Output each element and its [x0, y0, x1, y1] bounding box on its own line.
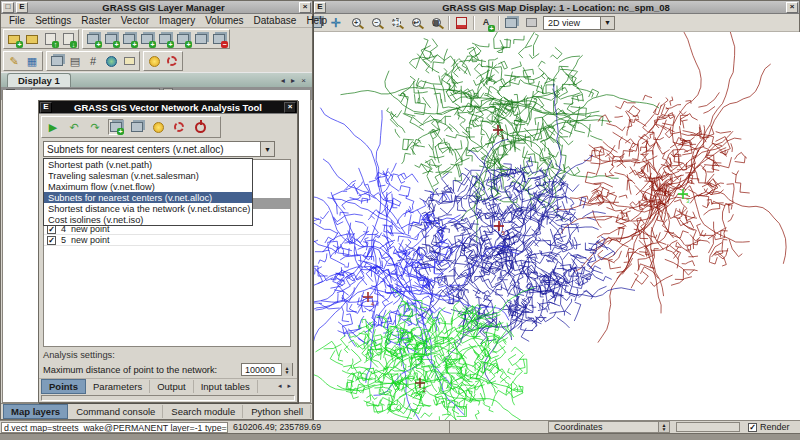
save-display-icon[interactable]	[503, 15, 519, 31]
dialog-statusbar	[41, 395, 295, 401]
analysis-method-value: Subnets for nearest centers (v.net.alloc…	[47, 144, 224, 155]
svg-text:3: 3	[686, 198, 690, 204]
zoom-options-icon[interactable]: ▤	[428, 15, 444, 31]
add-overlay-icon[interactable]: A+	[478, 15, 494, 31]
quit-icon[interactable]	[192, 119, 208, 135]
dialog-titlebar[interactable]: E GRASS GIS Vector Network Analysis Tool…	[39, 101, 297, 114]
analysis-method-select[interactable]: Subnets for nearest centers (v.net.alloc…	[43, 141, 275, 157]
new-display-icon[interactable]	[49, 53, 65, 69]
method-option[interactable]: Shortest distance via the network (v.net…	[44, 203, 252, 214]
layer-manager-titlebar[interactable]: □ E GRASS GIS Layer Manager ×	[1, 1, 312, 14]
render-checkbox[interactable]: ✓	[748, 423, 757, 432]
method-option[interactable]: Traveling salesman (v.net.salesman)	[44, 170, 252, 181]
render-toggle[interactable]: ✓ Render	[748, 422, 790, 432]
run-analysis-icon[interactable]: ▶	[45, 119, 61, 135]
bottom-tab-map-layers[interactable]: Map layers	[3, 404, 68, 419]
dialog-tab-input-tables[interactable]: Input tables	[194, 380, 258, 393]
dialog-tab-points[interactable]: Points	[41, 379, 86, 394]
menu-raster[interactable]: Raster	[77, 14, 114, 27]
nviz-3d-icon[interactable]	[103, 53, 119, 69]
zoom-back-icon[interactable]: ↩	[408, 15, 424, 31]
app-icon: E	[16, 2, 28, 13]
add-map-elements-icon[interactable]: +	[157, 31, 173, 47]
stepper-icon[interactable]: ▲▼	[281, 363, 292, 376]
new-workspace-icon[interactable]: +	[6, 31, 22, 47]
analysis-method-dropdown: Shortest path (v.net.path)Traveling sale…	[43, 158, 253, 226]
map-canvas[interactable]: 13542	[314, 32, 800, 421]
graphical-modeler-icon[interactable]: #	[85, 53, 101, 69]
add-multiple-vectors-icon[interactable]: +	[121, 31, 137, 47]
shade-icon[interactable]: □	[2, 2, 14, 13]
statusbar-mode-select[interactable]: Coordinates ▲▼	[548, 421, 670, 433]
zoom-out-icon[interactable]: −	[368, 15, 384, 31]
menu-vector[interactable]: Vector	[117, 14, 153, 27]
chevron-down-icon[interactable]: ▼	[600, 17, 614, 29]
menu-file[interactable]: File	[5, 14, 29, 27]
print-icon[interactable]	[523, 15, 539, 31]
method-option[interactable]: Maximum flow (v.net.flow)	[44, 181, 252, 192]
taskbar	[0, 433, 800, 440]
dialog-settings-icon[interactable]	[150, 119, 166, 135]
stepper-icon[interactable]: ▲▼	[658, 422, 669, 432]
layer-manager-bottom-tabs: Map layersCommand consoleSearch modulePy…	[1, 403, 312, 419]
load-workspace-icon[interactable]: ↑	[42, 31, 58, 47]
zoom-in-icon[interactable]: +	[348, 15, 364, 31]
max-distance-spinner[interactable]: 100000 ▲▼	[241, 363, 293, 376]
view-mode-value: 2D view	[548, 18, 580, 28]
menu-settings[interactable]: Settings	[31, 14, 75, 27]
point-checkbox[interactable]: ✓	[47, 236, 56, 245]
point-row[interactable]: ✓5new point	[44, 235, 290, 246]
method-option[interactable]: Subnets for nearest centers (v.net.alloc…	[44, 192, 252, 203]
street-network-map: 13542	[314, 32, 800, 421]
dialog-help-icon[interactable]	[171, 119, 187, 135]
method-option[interactable]: Cost isolines (v.net.iso)	[44, 214, 252, 225]
dialog-tab-output[interactable]: Output	[150, 380, 194, 393]
add-vector-icon[interactable]: +	[139, 31, 155, 47]
insert-points-icon[interactable]: +	[108, 119, 124, 135]
remove-layer-icon[interactable]: −	[211, 31, 227, 47]
bottom-tab-search-module[interactable]: Search module	[164, 405, 243, 418]
progress-box	[676, 422, 740, 432]
add-multiple-rasters-icon[interactable]: +	[85, 31, 101, 47]
bottom-tab-python-shell[interactable]: Python shell	[244, 405, 311, 418]
menu-help[interactable]: Help	[302, 14, 331, 27]
close-icon[interactable]: ×	[786, 2, 798, 13]
menu-imagery[interactable]: Imagery	[155, 14, 199, 27]
raster-calculator-icon[interactable]: ▤	[67, 53, 83, 69]
bottom-tab-command-console[interactable]: Command console	[69, 405, 163, 418]
zoom-extent-icon[interactable]: ⛶	[388, 15, 404, 31]
svg-text:2: 2	[423, 387, 427, 393]
open-workspace-icon[interactable]	[24, 31, 40, 47]
tab-scroll-arrows[interactable]: ◂ ▸ ×	[277, 76, 312, 87]
map-display-titlebar[interactable]: E GRASS GIS Map Display: 1 - Location: n…	[313, 1, 799, 14]
dialog-tab-bar: PointsParametersOutputInput tables◂ ▸	[39, 378, 297, 394]
edit-vector-icon[interactable]: ✎	[6, 53, 22, 69]
add-overlays-icon[interactable]	[193, 31, 209, 47]
close-icon[interactable]: ×	[299, 2, 311, 13]
add-raster-icon[interactable]: +	[103, 31, 119, 47]
tools-toolbar: ✎ ▦ ▤ #	[1, 50, 312, 72]
help-icon[interactable]	[164, 53, 180, 69]
center-node-marker: 3	[678, 189, 690, 204]
tab-display-1[interactable]: Display 1	[7, 73, 71, 87]
menu-volumes[interactable]: Volumes	[201, 14, 247, 27]
pointer-coordinates: 610206.49; 235789.69	[233, 422, 321, 432]
settings-icon[interactable]	[146, 53, 162, 69]
method-option[interactable]: Shortest path (v.net.path)	[44, 159, 252, 170]
dialog-tab-scroll-arrows[interactable]: ◂ ▸	[274, 382, 297, 392]
command-prompt-input[interactable]: d.vect map=streets_wake@PERMANENT layer=…	[1, 422, 228, 433]
chevron-down-icon[interactable]: ▼	[260, 142, 274, 156]
attribute-table-icon[interactable]: ▦	[24, 53, 40, 69]
add-label-icon[interactable]	[121, 53, 137, 69]
dialog-tab-parameters[interactable]: Parameters	[86, 380, 150, 393]
status-strip: d.vect map=streets_wake@PERMANENT layer=…	[0, 420, 800, 433]
menu-database[interactable]: Database	[250, 14, 301, 27]
close-icon[interactable]: ×	[284, 102, 296, 113]
undo-icon[interactable]: ↶	[66, 119, 82, 135]
save-workspace-icon[interactable]: ↓	[60, 31, 76, 47]
snap-points-icon[interactable]	[129, 119, 145, 135]
analyze-map-icon[interactable]	[453, 15, 469, 31]
redo-icon[interactable]: ↷	[87, 119, 103, 135]
view-mode-select[interactable]: 2D view ▼	[543, 16, 615, 30]
add-group-icon[interactable]: +	[175, 31, 191, 47]
